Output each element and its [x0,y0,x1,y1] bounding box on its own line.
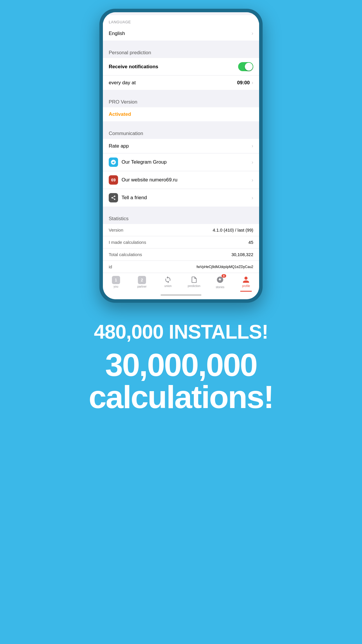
stories-icon-wrapper: 8 [216,276,224,285]
language-group: Language English › [103,15,259,41]
home-indicator [103,290,259,299]
divider-3 [103,121,259,124]
share-icon-bg [109,193,118,202]
share-label: Tell a friend [122,195,252,201]
telegram-row-content: Our Telegram Group [109,158,252,167]
total-calculations-label: Total calculations [109,252,142,257]
share-row-content: Tell a friend [109,193,252,202]
language-chevron: › [252,30,253,36]
communication-title: Communication [109,131,143,136]
promo-calculations-line2: calculations! [29,381,333,413]
website-icon-text: 69 [111,178,116,182]
tab-prediction-label: prediction [188,284,200,288]
pro-version-group: Activated [103,107,259,121]
notifications-toggle[interactable] [238,62,253,71]
statistics-header: Statistics [103,209,259,224]
union-icon [164,276,172,284]
time-value: 09:00 [237,80,250,86]
tab-partner-label: partner [137,285,147,288]
rate-app-chevron: › [252,143,253,149]
telegram-row[interactable]: Our Telegram Group › [103,153,259,171]
pro-activated-row: Activated [103,107,259,121]
tab-bar: 1 you 2 partner union [103,273,259,290]
personal-prediction-title: Personal prediction [109,50,151,55]
telegram-icon [110,159,116,165]
my-calculations-value: 45 [248,240,253,245]
tab-you-label: you [114,285,118,288]
total-calculations-row: Total calculations 30,108,322 [103,249,259,261]
communication-group: Rate app › Our Telegram Group › [103,139,259,206]
profile-active-indicator [240,291,252,292]
tab-profile-label: profile [242,284,250,288]
language-header: Language [103,15,259,26]
tab-union[interactable]: union [155,276,181,289]
notifications-label: Receive notifications [109,64,238,70]
divider-1 [103,41,259,43]
phone-content: Language English › Personal prediction R… [103,12,259,299]
stories-badge: 8 [222,274,226,278]
telegram-icon-bg [109,158,118,167]
total-calculations-value: 30,108,322 [231,252,253,257]
divider-4 [103,206,259,209]
website-chevron: › [252,177,253,183]
version-label: Version [109,228,123,232]
personal-prediction-group: Receive notifications every day at 09:00… [103,58,259,90]
time-row[interactable]: every day at 09:00 › [103,76,259,90]
promo-section: 480,000 INSTALLS! 30,000,000 calculation… [0,303,362,430]
statistics-group: Version 4.1.0 (410) / last (99) I made c… [103,224,259,273]
id-row: id fwVpHeCj9dMJdqslpMQ1eZDyCau2 [103,261,259,273]
share-row[interactable]: Tell a friend › [103,189,259,206]
tab-you[interactable]: 1 you [103,276,129,289]
id-label: id [109,264,112,269]
my-calculations-label: I made calculations [109,240,146,245]
divider-2 [103,90,259,93]
profile-icon [242,276,250,284]
id-value: fwVpHeCj9dMJdqslpMQ1eZDyCau2 [196,265,253,269]
tab-profile[interactable]: profile [233,276,259,289]
tab-stories-label: stories [216,286,224,289]
my-calculations-row: I made calculations 45 [103,236,259,249]
website-row-content: 69 Our website numero69.ru [109,175,252,185]
partner-icon: 2 [138,276,146,284]
pro-version-title: PRO Version [109,99,137,105]
top-spacer [103,12,259,15]
telegram-chevron: › [252,159,253,165]
phone-shell: Language English › Personal prediction R… [99,9,263,303]
language-section-label: Language [109,20,131,24]
version-row: Version 4.1.0 (410) / last (99) [103,224,259,236]
notifications-row[interactable]: Receive notifications [103,58,259,76]
telegram-label: Our Telegram Group [122,159,252,165]
share-chevron: › [252,195,253,201]
tab-stories[interactable]: 8 stories [207,276,233,289]
statistics-title: Statistics [109,216,129,221]
tab-union-label: union [164,284,171,288]
share-icon [111,195,116,200]
toggle-knob [245,63,253,71]
tab-prediction[interactable]: prediction [181,276,207,289]
rate-app-row[interactable]: Rate app › [103,139,259,153]
promo-installs: 480,000 INSTALLS! [29,320,333,343]
rate-app-label: Rate app [109,143,252,149]
phone-screen: Language English › Personal prediction R… [103,12,259,299]
communication-header: Communication [103,124,259,139]
time-chevron: › [252,80,253,86]
version-value: 4.1.0 (410) / last (99) [213,228,253,232]
pro-status: Activated [109,111,131,117]
time-label: every day at [109,80,237,86]
website-label: Our website numero69.ru [122,177,252,183]
personal-prediction-header: Personal prediction [103,43,259,58]
promo-calculations-line1: 30,000,000 [29,349,333,381]
tab-partner[interactable]: 2 partner [129,276,155,289]
language-value: English [109,31,252,36]
home-indicator-bar [161,294,201,296]
prediction-icon [190,276,198,284]
website-row[interactable]: 69 Our website numero69.ru › [103,171,259,189]
pro-version-header: PRO Version [103,93,259,107]
you-icon: 1 [112,276,120,284]
website-icon-bg: 69 [109,175,118,185]
language-row[interactable]: English › [103,26,259,41]
